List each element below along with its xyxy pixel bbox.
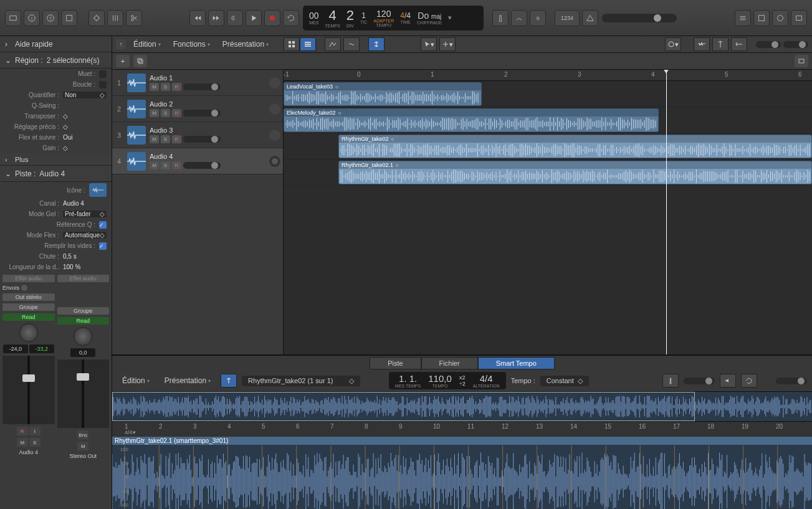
track-volume[interactable] — [183, 162, 221, 169]
help-icon[interactable]: ? — [42, 10, 59, 26]
automation-icon[interactable] — [325, 37, 341, 51]
overview-selection[interactable] — [112, 392, 695, 421]
solo-button[interactable]: S — [29, 438, 41, 447]
track-rec[interactable]: R — [172, 135, 181, 143]
track-solo[interactable]: S — [161, 135, 170, 143]
global-tracks-button[interactable] — [795, 55, 808, 67]
menu-fonctions[interactable]: Fonctions — [168, 38, 215, 50]
track-solo[interactable]: S — [161, 161, 170, 169]
effect-slot[interactable]: Effet audio — [2, 275, 55, 282]
tempo-mode-select[interactable]: Constant◇ — [540, 376, 589, 386]
editor-zoom-slider[interactable] — [684, 378, 715, 384]
sig-marker[interactable]: 4/4▾ — [125, 429, 136, 435]
track-mute[interactable]: M — [150, 83, 159, 91]
hzoom-slider[interactable] — [783, 41, 808, 48]
editor-cycle-icon[interactable] — [741, 374, 757, 388]
sends-knob[interactable] — [21, 285, 27, 291]
editor-overview[interactable] — [112, 392, 812, 422]
pan-knob[interactable] — [19, 323, 38, 342]
tempo-div2-button[interactable]: ÷2 — [459, 381, 466, 387]
counter-button[interactable]: 1234 — [555, 10, 580, 26]
playhead[interactable] — [666, 70, 667, 354]
flex-field[interactable]: Oui — [63, 134, 107, 141]
editor-flex-icon[interactable] — [221, 374, 237, 388]
tuner-icon[interactable] — [511, 10, 527, 26]
fillgaps-checkbox[interactable] — [99, 242, 107, 250]
track-rec-dot[interactable] — [269, 77, 280, 88]
track-rec[interactable]: R — [172, 83, 181, 91]
track-mute[interactable]: M — [150, 135, 159, 143]
track-header[interactable]: 3 Audio 3 MSR — [112, 122, 283, 148]
view-grid-icon[interactable] — [284, 37, 300, 51]
track-icon-button[interactable] — [89, 183, 107, 197]
mute-button[interactable]: M — [17, 438, 28, 447]
audio-region[interactable]: ElecMelody_take02 — [284, 108, 659, 132]
gain-field[interactable]: ◇ — [63, 145, 107, 151]
track-volume[interactable] — [183, 83, 221, 90]
tab-smart-tempo[interactable]: Smart Tempo — [478, 357, 555, 369]
track-type-icon[interactable] — [127, 152, 146, 171]
track-mute[interactable]: M — [150, 109, 159, 117]
menu-presentation[interactable]: Présentation — [217, 38, 274, 50]
track-rec-dot[interactable] — [269, 156, 280, 167]
waveform-zoom-icon[interactable] — [694, 37, 710, 51]
hzoom-icon[interactable] — [731, 37, 747, 51]
audio-region[interactable]: RhythmGtr_take02 — [338, 135, 812, 158]
track-header[interactable]: 1 Audio 1 MSR — [112, 70, 283, 96]
group-select[interactable]: Groupe — [2, 303, 55, 311]
track-header[interactable]: 2 Audio 2 MSR — [112, 96, 283, 122]
mute-checkbox[interactable] — [99, 70, 107, 78]
master-volume-slider[interactable] — [602, 14, 677, 22]
track-type-icon[interactable] — [127, 126, 146, 145]
track-volume[interactable] — [183, 136, 221, 143]
vzoom-slider[interactable] — [756, 41, 781, 48]
quick-help-header[interactable]: ›Aide rapide — [0, 36, 112, 52]
finetune-field[interactable]: ◇ — [63, 123, 107, 130]
input-mon[interactable]: I — [29, 427, 41, 435]
more-header[interactable]: ›Plus — [0, 153, 112, 166]
pointer-tool-icon[interactable]: ▾ — [421, 37, 437, 51]
snap-icon[interactable]: ▾ — [665, 37, 681, 51]
channel-select[interactable]: Audio 4 — [63, 200, 107, 207]
track-solo[interactable]: S — [161, 109, 170, 117]
track-header[interactable]: ⌄Piste : Audio 4 — [0, 166, 112, 182]
vzoom-icon[interactable] — [712, 37, 728, 51]
track-header[interactable]: 4 Audio 4 MSR — [112, 148, 283, 174]
stop-icon[interactable] — [227, 10, 243, 26]
rewind-icon[interactable] — [189, 10, 206, 26]
tab-piste[interactable]: Piste — [370, 357, 421, 369]
scissors-icon[interactable] — [126, 10, 142, 26]
cycle-icon[interactable] — [283, 10, 299, 26]
fade-field[interactable]: 0,5 s — [63, 253, 107, 260]
notes-icon[interactable] — [753, 10, 770, 26]
effect-slot[interactable]: Effet audio — [57, 275, 110, 282]
editor-menu-edition[interactable]: Édition — [117, 374, 155, 387]
loops-icon[interactable] — [772, 10, 788, 26]
transpose-field[interactable]: ◇ — [63, 113, 107, 120]
region-header[interactable]: ⌄Région : 2 sélectionné(s) — [0, 52, 112, 69]
audio-region[interactable]: LeadVocal_take03 — [284, 82, 482, 106]
browser-icon[interactable] — [791, 10, 807, 26]
track-rec-dot[interactable] — [269, 103, 280, 115]
audio-region[interactable]: RhythmGtr_take02.1 — [338, 161, 812, 184]
track-rec[interactable]: R — [172, 109, 181, 117]
pan-knob[interactable] — [74, 327, 92, 346]
list-icon[interactable] — [735, 10, 751, 26]
track-rec-dot[interactable] — [269, 130, 280, 141]
mixer-icon[interactable] — [107, 10, 123, 26]
qref-checkbox[interactable] — [99, 221, 107, 229]
play-icon[interactable] — [246, 10, 262, 26]
library-icon[interactable] — [5, 10, 21, 26]
track-type-icon[interactable] — [127, 74, 146, 92]
warning-icon[interactable] — [582, 10, 598, 26]
flex-icon[interactable] — [343, 37, 360, 51]
nav-up-icon[interactable]: ↑ — [116, 39, 126, 49]
tempo-x2-button[interactable]: x2 — [459, 374, 466, 381]
lcd-display[interactable]: 00MES 4TEMPS 2DIV 1TIC 120ADAPTERTEMPO 4… — [303, 6, 484, 31]
length-field[interactable]: 100 % — [63, 264, 107, 270]
automation-read[interactable]: Read — [57, 317, 110, 325]
editor-menu-presentation[interactable]: Présentation — [160, 374, 216, 387]
automation-read[interactable]: Read — [2, 313, 55, 321]
toolbar-icon[interactable] — [61, 10, 77, 26]
editor-metronome-icon[interactable] — [662, 374, 679, 388]
